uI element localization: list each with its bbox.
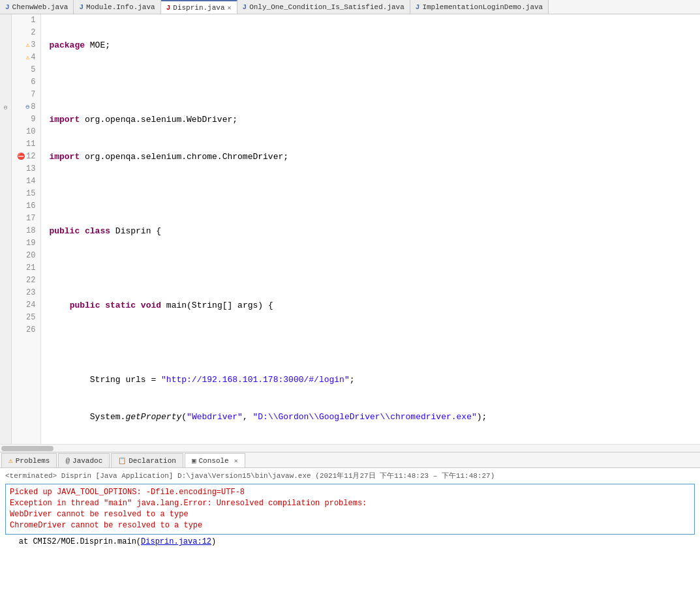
- console-error-box: Picked up JAVA_TOOL_OPTIONS: -Dfile.enco…: [5, 484, 695, 535]
- tab-only-one[interactable]: J Only_One_Condition_Is_Satisfied.java: [237, 0, 410, 14]
- code-line-8: public static void main(String[] args) {: [46, 299, 700, 312]
- code-container[interactable]: ⊖ 1 2 ⚠3: [0, 14, 700, 444]
- line-numbers: 1 2 ⚠3 ⚠4 5 6 7 ⊖8 9 10 11 ⛔12 13 14 15 …: [12, 14, 41, 444]
- tab-console[interactable]: ▣ Console ✕: [185, 453, 245, 467]
- ln-1: 1: [17, 14, 35, 27]
- console-output: <terminated> Disprin [Java Application] …: [0, 468, 700, 605]
- ln-6: 6: [17, 76, 35, 89]
- javadoc-icon: @: [65, 457, 70, 465]
- tab-disprin[interactable]: J Disprin.java ✕: [161, 0, 237, 14]
- tab-label: Disprin.java: [173, 4, 224, 12]
- tab-javadoc-label: Javadoc: [72, 457, 102, 465]
- gutter-4: [0, 52, 11, 64]
- tab-chenweb[interactable]: J ChenwWeb.java: [0, 0, 74, 14]
- gutter-21: [0, 262, 11, 274]
- ln-7: 7: [17, 89, 35, 101]
- gutter-13: [0, 163, 11, 175]
- gutter-9: [0, 113, 11, 126]
- tab-console-label: Console: [199, 457, 229, 465]
- gutter-20: [0, 250, 11, 262]
- code-line-6: public class Disprin {: [46, 225, 700, 237]
- tab-label: ChenwWeb.java: [12, 3, 68, 11]
- code-line-7: [46, 262, 700, 274]
- code-line-9: [46, 336, 700, 349]
- code-gutter: ⊖: [0, 14, 12, 444]
- gutter-23: [0, 287, 11, 299]
- console-error-line-1: Picked up JAVA_TOOL_OPTIONS: -Dfile.enco…: [10, 487, 690, 498]
- console-stack-line: at CMIS2/MOE.Disprin.main(Disprin.java:1…: [0, 537, 700, 548]
- h-scroll-thumb[interactable]: [1, 446, 53, 451]
- declaration-icon: 📋: [118, 457, 126, 465]
- console-close-icon[interactable]: ✕: [234, 457, 238, 465]
- ln-20: 20: [17, 250, 35, 262]
- gutter-5: [0, 64, 11, 76]
- ln-9: 9: [17, 113, 35, 126]
- tab-problems-label: Problems: [16, 457, 50, 465]
- ln-26: 26: [17, 324, 35, 336]
- ln-15: 15: [17, 188, 35, 200]
- java-icon: J: [416, 3, 420, 11]
- gutter-25: [0, 312, 11, 324]
- code-line-2: [46, 76, 700, 89]
- ln-24: 24: [17, 299, 35, 312]
- tab-declaration[interactable]: 📋 Declaration: [111, 453, 183, 467]
- java-error-icon: J: [166, 4, 171, 12]
- tab-problems[interactable]: ⚠ Problems: [1, 453, 57, 467]
- ln-22: 22: [17, 274, 35, 287]
- tab-declaration-label: Declaration: [129, 457, 176, 465]
- console-icon: ▣: [192, 456, 196, 465]
- tab-implementation[interactable]: J ImplementationLoginDemo.java: [410, 0, 549, 14]
- code-line-4: import org.openqa.selenium.chrome.Chrome…: [46, 151, 700, 163]
- ln-5: 5: [17, 64, 35, 76]
- gutter-1: [0, 14, 11, 27]
- ln-18: 18: [17, 225, 35, 237]
- gutter-3: [0, 39, 11, 52]
- tab-label: Module.Info.java: [86, 3, 155, 11]
- ln-12: ⛔12: [17, 151, 35, 163]
- tab-close-icon[interactable]: ✕: [228, 4, 232, 12]
- code-line-11: System.getProperty("Webdriver", "D:\\Gor…: [46, 411, 700, 423]
- tab-label: ImplementationLoginDemo.java: [422, 3, 543, 11]
- gutter-26: [0, 324, 11, 336]
- code-line-10: String urls = "http://192.168.101.178:30…: [46, 374, 700, 386]
- ln-16: 16: [17, 200, 35, 213]
- horizontal-scrollbar[interactable]: [0, 444, 700, 452]
- console-link-disprin[interactable]: Disprin.java:12: [141, 537, 211, 546]
- gutter-6: [0, 76, 11, 89]
- gutter-8[interactable]: ⊖: [0, 101, 11, 113]
- ln-10: 10: [17, 126, 35, 138]
- problems-icon: ⚠: [8, 456, 13, 465]
- gutter-24: [0, 299, 11, 312]
- console-error-line-3: WebDriver cannot be resolved to a type: [10, 509, 690, 520]
- gutter-7: [0, 89, 11, 101]
- java-icon: J: [5, 3, 10, 11]
- console-terminated-line: <terminated> Disprin [Java Application] …: [0, 469, 700, 482]
- gutter-16: [0, 200, 11, 213]
- tab-javadoc[interactable]: @ Javadoc: [58, 453, 110, 467]
- ln-3: ⚠3: [17, 39, 35, 52]
- tab-moduleinfo[interactable]: J Module.Info.java: [74, 0, 160, 14]
- ln-2: 2: [17, 27, 35, 39]
- gutter-19: [0, 237, 11, 250]
- code-content[interactable]: package MOE; import org.openqa.selenium.…: [41, 14, 700, 444]
- ln-17: 17: [17, 213, 35, 225]
- java-icon: J: [79, 3, 84, 11]
- gutter-12: [0, 151, 11, 163]
- gutter-22: [0, 274, 11, 287]
- ln-25: 25: [17, 312, 35, 324]
- ln-21: 21: [17, 262, 35, 274]
- gutter-10: [0, 126, 11, 138]
- gutter-18: [0, 225, 11, 237]
- bottom-tab-bar: ⚠ Problems @ Javadoc 📋 Declaration ▣ Con…: [0, 452, 700, 468]
- code-line-5: [46, 188, 700, 200]
- ln-4: ⚠4: [17, 52, 35, 64]
- gutter-17: [0, 213, 11, 225]
- ln-19: 19: [17, 237, 35, 250]
- ln-14: 14: [17, 175, 35, 188]
- editor-area: ⊖ 1 2 ⚠3: [0, 14, 700, 452]
- bottom-panel: ⚠ Problems @ Javadoc 📋 Declaration ▣ Con…: [0, 452, 700, 605]
- code-line-1: package MOE;: [46, 39, 700, 52]
- console-error-line-4: ChromeDriver cannot be resolved to a typ…: [10, 520, 690, 531]
- gutter-11: [0, 138, 11, 151]
- code-line-3: import org.openqa.selenium.WebDriver;: [46, 113, 700, 126]
